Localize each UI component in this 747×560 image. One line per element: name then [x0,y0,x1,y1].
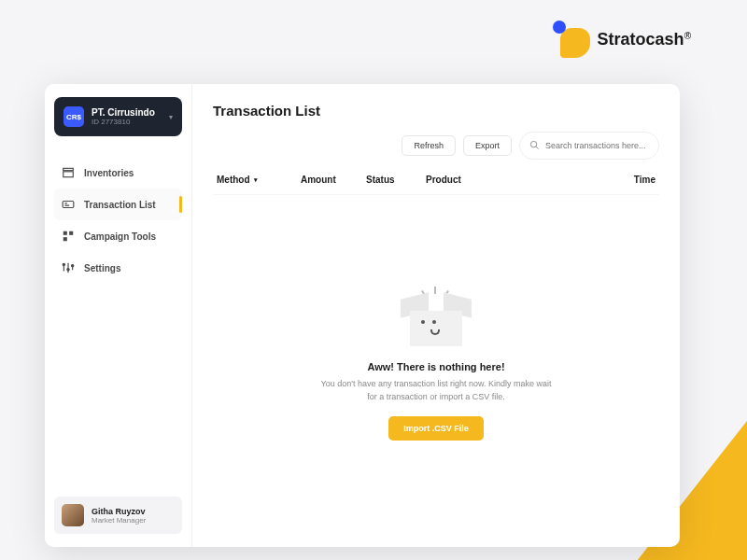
svg-rect-2 [63,202,74,208]
column-product[interactable]: Product [426,175,609,185]
svg-point-6 [63,263,64,265]
empty-box-icon [401,292,472,348]
empty-state: Aww! There is nothing here! You don't ha… [213,195,659,528]
account-id: ID 2773810 [92,118,162,126]
svg-rect-3 [63,231,67,235]
svg-rect-1 [63,172,74,177]
account-name: PT. Cirrusindo [92,107,162,118]
toolbar: Refresh Export [213,132,659,160]
sidebar-item-label: Settings [84,263,120,273]
table-header: Method ▾ Amount Status Product Time [213,175,659,195]
page-title: Transaction List [213,103,659,119]
column-method[interactable]: Method ▾ [217,175,301,185]
export-button[interactable]: Export [463,135,512,156]
avatar [62,504,84,526]
sort-caret-icon: ▾ [254,176,258,184]
sidebar-item-settings[interactable]: Settings [54,252,182,284]
app-window: CR$ PT. Cirrusindo ID 2773810 ▾ Inventor… [45,84,680,547]
sidebar-item-inventories[interactable]: Inventories [54,157,182,189]
brand-logo [553,21,590,58]
settings-icon [62,261,75,274]
svg-rect-0 [63,168,74,170]
inventories-icon [62,166,75,179]
sidebar: CR$ PT. Cirrusindo ID 2773810 ▾ Inventor… [45,84,192,547]
column-time[interactable]: Time [609,175,655,185]
user-name: Githa Ruyzov [92,507,146,516]
account-badge-icon: CR$ [63,106,84,127]
refresh-button[interactable]: Refresh [402,135,456,156]
import-csv-button[interactable]: Import .CSV File [388,416,484,441]
search-input[interactable] [545,141,650,150]
main-content: Transaction List Refresh Export Method ▾… [192,84,680,547]
sidebar-item-label: Campaign Tools [84,231,156,242]
transaction-icon [62,198,75,211]
empty-title: Aww! There is nothing here! [367,361,504,372]
svg-point-9 [530,141,536,147]
user-profile-card[interactable]: Githa Ruyzov Market Manager [54,497,182,534]
svg-rect-4 [69,231,73,235]
column-amount[interactable]: Amount [301,175,366,185]
brand-name: Stratocash® [598,30,691,49]
chevron-down-icon: ▾ [169,113,173,121]
search-box[interactable] [519,132,659,160]
sidebar-item-transaction-list[interactable]: Transaction List [54,189,182,220]
column-status[interactable]: Status [366,175,426,185]
sidebar-nav: Inventories Transaction List Campaign To… [54,157,182,284]
svg-point-8 [72,265,74,267]
account-switcher[interactable]: CR$ PT. Cirrusindo ID 2773810 ▾ [54,97,182,136]
sidebar-item-label: Inventories [84,168,134,178]
campaign-icon [62,230,75,243]
user-role: Market Manager [92,516,146,525]
svg-point-7 [67,269,69,271]
svg-rect-5 [63,237,67,241]
sidebar-item-campaign-tools[interactable]: Campaign Tools [54,220,182,252]
brand-header: Stratocash® [553,21,691,58]
search-icon [529,137,540,154]
empty-description: You don't have any transaction list righ… [315,378,557,403]
sidebar-item-label: Transaction List [84,200,156,210]
